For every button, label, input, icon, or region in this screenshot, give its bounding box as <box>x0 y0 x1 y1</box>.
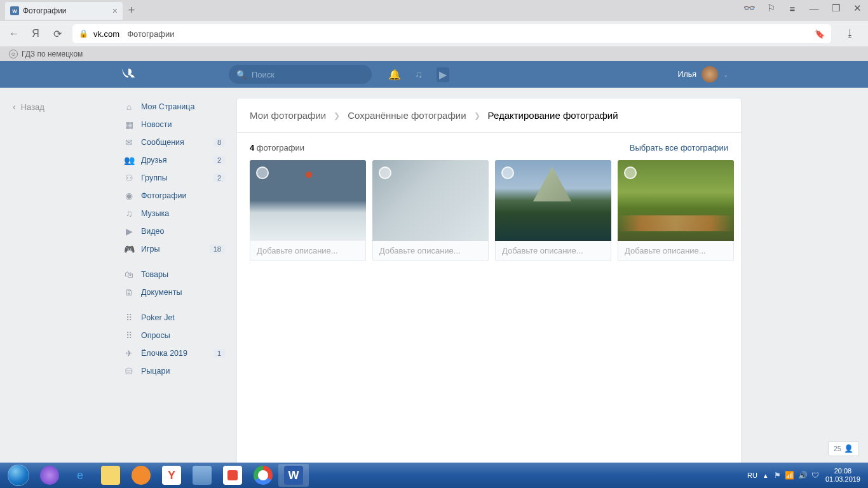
address-title: Фотографии <box>127 29 174 39</box>
badge: 1 <box>214 349 225 358</box>
task-chrome[interactable] <box>248 464 278 487</box>
sidebar-label: Сообщения <box>141 138 184 147</box>
caption-input[interactable]: Добавьте описание... <box>250 241 366 261</box>
sidebar-icon: ▦ <box>123 119 135 130</box>
task-explorer[interactable] <box>95 464 126 487</box>
bell-icon[interactable]: 🔔 <box>388 69 401 81</box>
sidebar-item[interactable]: 🗎Документы <box>119 283 229 301</box>
vk-favicon: w <box>10 6 19 15</box>
task-word[interactable]: W <box>278 464 309 487</box>
maximize-icon[interactable]: ❐ <box>830 3 841 14</box>
friends-online-hint[interactable]: 25 👤 <box>828 441 859 456</box>
breadcrumb-saved-photos[interactable]: Сохранённые фотографии <box>348 110 466 121</box>
sidebar-item[interactable]: ⠿Опросы <box>119 327 229 344</box>
sidebar-item[interactable]: ✈Ёлочка 20191 <box>119 344 229 362</box>
photo-count: 4 фотографии <box>250 143 304 152</box>
avatar <box>702 66 718 83</box>
menu-icon[interactable]: ≡ <box>787 3 798 14</box>
tray-expand-icon[interactable]: ▴ <box>764 471 768 480</box>
tab-title: Фотографии <box>23 6 67 15</box>
sidebar-item[interactable]: ⛁Рыцари <box>119 362 229 380</box>
sidebar-item[interactable]: ⠿Poker Jet <box>119 309 229 327</box>
sidebar-item[interactable]: ▶Видео <box>119 222 229 240</box>
address-bar[interactable]: 🔒 vk.com Фотографии 🔖 <box>72 24 831 43</box>
task-yandex[interactable]: Y <box>156 464 187 487</box>
clock[interactable]: 20:08 01.03.2019 <box>825 467 860 484</box>
start-button[interactable] <box>3 464 34 487</box>
header-icons: 🔔 ♫ ▶ <box>388 67 449 82</box>
chevron-right-icon: ❯ <box>474 111 480 120</box>
badge: 8 <box>214 138 225 147</box>
flag-icon[interactable]: ⚐ <box>765 3 776 14</box>
browser-tab[interactable]: w Фотографии × <box>5 2 123 20</box>
sidebar-item[interactable]: ◉Фотографии <box>119 187 229 205</box>
breadcrumb: Мои фотографии ❯ Сохранённые фотографии … <box>237 98 741 133</box>
select-circle[interactable] <box>624 166 637 179</box>
new-tab-button[interactable]: + <box>123 2 140 20</box>
flag-tray-icon[interactable]: ⚑ <box>774 471 781 480</box>
sidebar-icon: ⠿ <box>123 313 135 323</box>
sidebar-label: Видео <box>141 227 165 236</box>
sidebar-icon: ▶ <box>123 226 135 236</box>
sidebar-icon: ⠿ <box>123 330 135 341</box>
photo-thumb[interactable] <box>372 160 489 241</box>
tray-icons: ⚑ 📶 🔊 🛡 <box>774 471 819 480</box>
bookmarks-bar: ☺ ГДЗ по немецком <box>0 46 868 61</box>
back-icon[interactable]: ← <box>8 28 20 39</box>
network-icon[interactable]: 📶 <box>785 471 794 480</box>
sidebar-item[interactable]: ♫Музыка <box>119 205 229 222</box>
bookmark-icon[interactable]: 🔖 <box>815 29 825 39</box>
photo-thumb[interactable] <box>250 160 366 241</box>
volume-icon[interactable]: 🔊 <box>798 471 808 480</box>
yandex-icon[interactable]: Я <box>29 28 42 39</box>
sidebar-item[interactable]: 🎮Игры18 <box>119 240 229 258</box>
select-circle[interactable] <box>379 166 391 179</box>
back-link[interactable]: ‹ Назад <box>13 98 119 112</box>
sidebar-icon: 🛍 <box>123 269 135 280</box>
task-calc[interactable] <box>187 464 217 487</box>
caption-input[interactable]: Добавьте описание... <box>495 241 611 261</box>
select-circle[interactable] <box>501 166 514 179</box>
music-icon[interactable]: ♫ <box>415 69 423 80</box>
tab-bar: w Фотографии × + 👓 ⚐ ≡ — ❐ ✕ <box>0 0 868 21</box>
close-window-icon[interactable]: ✕ <box>851 3 863 14</box>
back-label: Назад <box>21 102 44 112</box>
task-cortana[interactable] <box>34 464 65 487</box>
badge: 2 <box>214 173 225 182</box>
caption-input[interactable]: Добавьте описание... <box>618 241 734 261</box>
sidebar-item[interactable]: ⌂Моя Страница <box>119 98 229 116</box>
breadcrumb-my-photos[interactable]: Мои фотографии <box>250 110 326 121</box>
minimize-icon[interactable]: — <box>808 3 820 14</box>
task-ie[interactable]: e <box>65 464 95 487</box>
search-input[interactable]: 🔍 Поиск <box>229 65 372 84</box>
task-media[interactable] <box>126 464 156 487</box>
vk-logo[interactable] <box>121 67 229 82</box>
reader-icon[interactable]: 👓 <box>743 3 755 14</box>
tray-lang[interactable]: RU <box>747 471 757 479</box>
close-icon[interactable]: × <box>112 6 118 16</box>
download-icon[interactable]: ⭳ <box>840 28 860 39</box>
shield-icon[interactable]: 🛡 <box>811 471 819 480</box>
task-ya2[interactable] <box>217 464 248 487</box>
reload-icon[interactable]: ⟳ <box>51 28 64 40</box>
sidebar-item[interactable]: ▦Новости <box>119 116 229 133</box>
time: 20:08 <box>825 467 860 475</box>
photo-thumb[interactable] <box>495 160 611 241</box>
back-column: ‹ Назад <box>0 98 119 488</box>
play-icon[interactable]: ▶ <box>437 67 449 82</box>
select-all-link[interactable]: Выбрать все фотографии <box>630 143 728 152</box>
photo-thumb[interactable] <box>618 160 734 241</box>
taskbar: e Y W RU ▴ ⚑ 📶 🔊 🛡 20:08 01.03.2019 <box>0 463 868 488</box>
lock-icon: 🔒 <box>79 29 88 38</box>
sidebar-item[interactable]: 👥Друзья2 <box>119 151 229 169</box>
select-circle[interactable] <box>256 166 269 179</box>
sidebar-label: Игры <box>141 245 159 254</box>
content: ‹ Назад ⌂Моя Страница▦Новости✉Сообщения8… <box>0 88 868 488</box>
caption-input[interactable]: Добавьте описание... <box>372 241 489 261</box>
sidebar-item[interactable]: 🛍Товары <box>119 266 229 283</box>
sidebar-item[interactable]: ✉Сообщения8 <box>119 133 229 151</box>
sidebar-item[interactable]: ⚇Группы2 <box>119 169 229 187</box>
user-menu[interactable]: Илья ⌄ <box>677 66 728 83</box>
bookmark-item[interactable]: ГДЗ по немецком <box>22 50 83 58</box>
sidebar-icon: ⚇ <box>123 173 135 183</box>
